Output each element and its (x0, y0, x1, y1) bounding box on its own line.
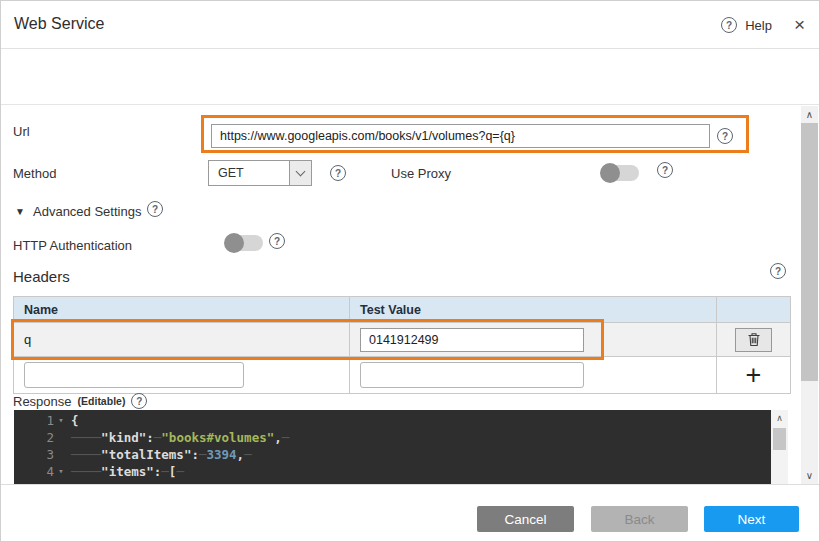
close-icon[interactable]: × (794, 17, 805, 33)
column-header-name: Name (14, 297, 350, 322)
add-row-button[interactable]: + (746, 362, 762, 389)
table-row: q (14, 323, 790, 357)
url-help-icon[interactable]: ? (717, 128, 733, 144)
headers-help-icon[interactable]: ? (770, 263, 786, 279)
scroll-up-icon[interactable]: ∧ (801, 109, 818, 120)
fold-spacer (54, 446, 68, 463)
header-test-value-input[interactable] (360, 328, 584, 352)
titlebar: Web Service ? Help × (1, 1, 819, 49)
page-scrollbar[interactable]: ∧ ∨ (801, 106, 818, 484)
new-header-name-input[interactable] (24, 362, 244, 388)
use-proxy-label: Use Proxy (391, 166, 451, 181)
fold-icon[interactable]: ▾ (54, 463, 68, 480)
footer: Cancel Back Next (1, 484, 819, 542)
method-selected-value: GET (209, 161, 289, 185)
response-editor-code[interactable]: 1▾{2────"kind":─"books#volumes",─3────"t… (14, 410, 771, 484)
web-service-dialog: Web Service ? Help × 1 2 Import WebServi… (0, 0, 820, 542)
code-line: 2────"kind":─"books#volumes",─ (14, 429, 771, 446)
code-line: 3────"totalItems":─3394,─ (14, 446, 771, 463)
advanced-settings-collapse-icon[interactable]: ▼ (15, 206, 25, 217)
headers-table: Name Test Value q (13, 296, 791, 394)
method-select[interactable]: GET (208, 160, 312, 186)
back-button[interactable]: Back (591, 506, 688, 532)
method-help-icon[interactable]: ? (330, 165, 346, 181)
next-button[interactable]: Next (704, 506, 799, 532)
fold-icon[interactable]: ▾ (54, 412, 68, 429)
response-help-icon[interactable]: ? (131, 393, 147, 409)
advanced-settings-help-icon[interactable]: ? (147, 201, 163, 217)
editor-scroll-up-icon[interactable]: ∧ (771, 413, 788, 423)
trash-icon (747, 332, 761, 347)
headers-table-header: Name Test Value (14, 297, 790, 323)
use-proxy-toggle[interactable] (601, 165, 639, 181)
use-proxy-help-icon[interactable]: ? (657, 162, 673, 178)
response-label: Response (13, 394, 72, 409)
headers-section-title: Headers (13, 268, 70, 285)
delete-row-button[interactable] (735, 328, 772, 352)
scroll-down-icon[interactable]: ∨ (801, 470, 818, 481)
advanced-settings-label[interactable]: Advanced Settings (33, 204, 141, 219)
http-auth-help-icon[interactable]: ? (269, 233, 285, 249)
url-label: Url (13, 124, 30, 139)
table-row-new: + (14, 357, 790, 393)
content-area: Url ? Method GET ? Use Proxy ? ▼ Advance… (1, 105, 819, 484)
method-label: Method (13, 166, 56, 181)
editor-scrollbar-thumb[interactable] (773, 428, 786, 450)
page-scrollbar-thumb[interactable] (801, 123, 818, 381)
help-link[interactable]: Help (745, 18, 772, 33)
url-highlight-box: ? (201, 115, 749, 153)
chevron-down-icon[interactable] (289, 161, 311, 185)
editor-scrollbar[interactable]: ∧ (771, 410, 788, 484)
cancel-button[interactable]: Cancel (477, 506, 574, 532)
new-header-test-value-input[interactable] (360, 362, 584, 388)
http-auth-label: HTTP Authentication (13, 238, 132, 253)
response-editable-label: (Editable) (78, 395, 126, 407)
fold-spacer (54, 429, 68, 446)
header-name-value[interactable]: q (14, 323, 350, 356)
response-label-row: Response (Editable) ? (13, 393, 147, 409)
stepper: 1 2 Import WebService Configure WebServi… (1, 49, 819, 105)
response-editor: 1▾{2────"kind":─"books#volumes",─3────"t… (14, 410, 788, 484)
url-input[interactable] (211, 124, 710, 148)
code-line: 4▾────"items":─[─ (14, 463, 771, 480)
column-header-test-value: Test Value (350, 297, 717, 322)
help-icon[interactable]: ? (721, 17, 737, 33)
code-line: 1▾{ (14, 412, 771, 429)
page-title: Web Service (14, 15, 104, 33)
http-auth-toggle[interactable] (225, 235, 263, 251)
